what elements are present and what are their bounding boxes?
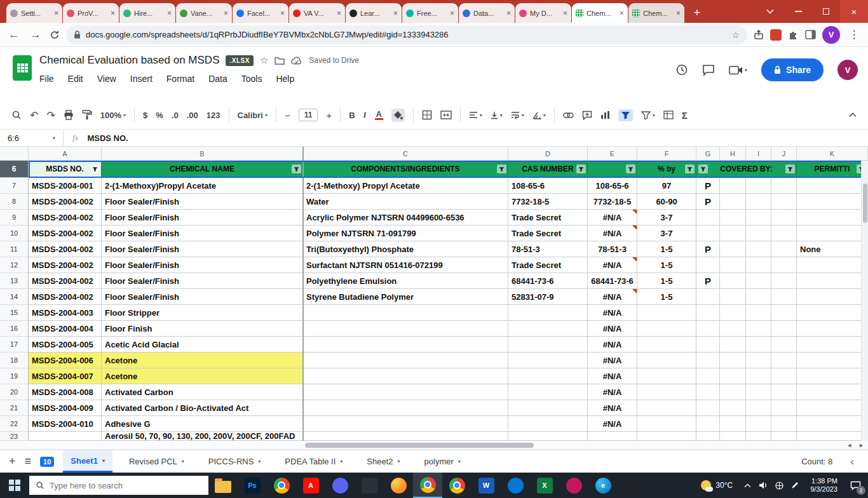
close-button[interactable]: × bbox=[840, 0, 868, 23]
cell[interactable] bbox=[746, 432, 771, 441]
header-cell-percent-by[interactable]: % by bbox=[637, 161, 696, 178]
row-header[interactable]: 21 bbox=[0, 400, 29, 416]
tray-pen-icon[interactable] bbox=[791, 481, 799, 489]
browser-profile-avatar[interactable]: V bbox=[822, 26, 840, 44]
cell-covered-g[interactable] bbox=[696, 384, 720, 400]
tab-close-icon[interactable]: × bbox=[620, 9, 624, 18]
cell-msds-no[interactable]: MSDS-2004-010 bbox=[29, 416, 102, 432]
cell-msds-no[interactable]: MSDS-2004-005 bbox=[29, 337, 102, 353]
edge-icon[interactable]: e bbox=[588, 473, 618, 498]
tab-close-icon[interactable]: × bbox=[111, 9, 115, 18]
cell-chemical-name[interactable]: Aerosil 50, 70, 90, 130, 200, 200V, 200C… bbox=[102, 432, 303, 441]
cell-cas-number[interactable]: Trade Secret bbox=[508, 210, 588, 225]
cell-component[interactable] bbox=[303, 368, 508, 384]
name-box[interactable]: 6:6▾ bbox=[0, 130, 64, 146]
cell[interactable] bbox=[746, 321, 771, 337]
cell[interactable] bbox=[771, 432, 797, 441]
all-sheets-menu-icon[interactable]: ≡ bbox=[25, 455, 32, 468]
sheet-tab-caret-icon[interactable]: ▾ bbox=[458, 459, 461, 464]
cell-chemical-name[interactable]: Floor Sealer/Finish bbox=[102, 194, 303, 210]
browser-tab[interactable]: My D...× bbox=[515, 3, 571, 23]
vertical-scrollbar[interactable] bbox=[861, 161, 868, 441]
format-currency-button[interactable]: $ bbox=[143, 111, 147, 120]
fill-color-button[interactable] bbox=[391, 109, 405, 122]
cell-permitting[interactable] bbox=[797, 321, 868, 337]
maximize-button[interactable] bbox=[812, 0, 840, 23]
excel-icon[interactable]: X bbox=[530, 473, 559, 498]
cell[interactable] bbox=[746, 337, 771, 353]
cell-component[interactable] bbox=[303, 353, 508, 368]
browser-tab[interactable]: ProV...× bbox=[63, 3, 119, 23]
hidden-icons-chevron-icon[interactable] bbox=[744, 483, 751, 488]
cell[interactable] bbox=[720, 257, 746, 273]
cell-cas-check[interactable]: #N/A bbox=[588, 337, 637, 353]
cell-msds-no[interactable]: MSDS-2004-002 bbox=[29, 273, 102, 289]
cell-cas-number[interactable]: 78-51-3 bbox=[508, 241, 588, 257]
table-grid-icon[interactable] bbox=[663, 111, 674, 119]
scroll-left-icon[interactable]: ◄ bbox=[846, 442, 852, 448]
sheet-tab-revised-pcl[interactable]: Revised PCL▾ bbox=[121, 450, 192, 473]
increase-decimal-button[interactable]: .00 bbox=[187, 111, 198, 120]
cell-msds-no[interactable]: MSDS-2004-009 bbox=[29, 400, 102, 416]
cell[interactable] bbox=[746, 273, 771, 289]
cell[interactable] bbox=[720, 178, 746, 194]
cell-component[interactable] bbox=[303, 305, 508, 321]
url-text[interactable]: docs.google.com/spreadsheets/d/1qRPrbJDi… bbox=[86, 30, 726, 39]
tab-close-icon[interactable]: × bbox=[224, 9, 228, 18]
cell[interactable] bbox=[771, 400, 797, 416]
format-percent-button[interactable]: % bbox=[156, 111, 163, 120]
photos-icon[interactable] bbox=[355, 473, 384, 498]
onedrive-icon[interactable] bbox=[501, 473, 530, 498]
cell[interactable] bbox=[797, 432, 868, 441]
cell-cas-number[interactable]: 52831-07-9 bbox=[508, 289, 588, 305]
decrease-font-size-button[interactable]: − bbox=[285, 110, 290, 121]
taskbar-clock[interactable]: 1:38 PM 9/3/2023 bbox=[805, 477, 843, 494]
cell[interactable] bbox=[720, 416, 746, 432]
row-header[interactable]: 13 bbox=[0, 273, 29, 289]
extension-count-badge[interactable]: 10 bbox=[40, 457, 54, 467]
cell-chemical-name[interactable]: Adhesive G bbox=[102, 416, 303, 432]
cell[interactable] bbox=[720, 432, 746, 441]
text-rotation-button[interactable]: ▾ bbox=[532, 111, 546, 119]
browser-menu-kebab-icon[interactable]: ⋮ bbox=[846, 28, 862, 41]
version-history-icon[interactable] bbox=[675, 64, 688, 76]
row-header[interactable]: 8 bbox=[0, 194, 29, 210]
cell-percent[interactable]: 1-5 bbox=[637, 289, 696, 305]
cell[interactable] bbox=[771, 178, 797, 194]
cell-msds-no[interactable]: MSDS-2004-001 bbox=[29, 178, 102, 194]
cell-permitting[interactable]: None bbox=[797, 241, 868, 257]
cell-cas-number[interactable] bbox=[508, 353, 588, 368]
browser-tab[interactable]: Setti...× bbox=[6, 3, 62, 23]
row-header[interactable]: 15 bbox=[0, 305, 29, 321]
cell-chemical-name[interactable]: 2-(1-Methoxy)Propyl Acetate bbox=[102, 178, 303, 194]
browser-tab[interactable]: Hire...× bbox=[119, 3, 175, 23]
sheet-tab-pdea-table-ii[interactable]: PDEA Table II▾ bbox=[277, 450, 350, 473]
cell[interactable] bbox=[746, 257, 771, 273]
cell-permitting[interactable] bbox=[797, 273, 868, 289]
insert-chart-icon[interactable] bbox=[600, 111, 610, 119]
header-cell-permitting[interactable]: PERMITTI bbox=[797, 161, 868, 178]
minimize-button[interactable] bbox=[784, 0, 812, 23]
cell[interactable] bbox=[720, 384, 746, 400]
cell-covered-g[interactable]: P bbox=[696, 178, 720, 194]
cell-covered-g[interactable] bbox=[696, 289, 720, 305]
cell-cas-check[interactable]: #N/A bbox=[588, 289, 637, 305]
cell-percent[interactable] bbox=[637, 305, 696, 321]
cell[interactable] bbox=[771, 241, 797, 257]
cell-cas-number[interactable]: 7732-18-5 bbox=[508, 194, 588, 210]
sheet-tab-sheet2[interactable]: Sheet2▾ bbox=[359, 450, 407, 473]
cell[interactable] bbox=[720, 353, 746, 368]
chrome-icon-2[interactable] bbox=[413, 473, 442, 498]
back-icon[interactable]: ← bbox=[6, 29, 22, 41]
cell-component[interactable]: 2-(1-Methoxy) Propyl Acetate bbox=[303, 178, 508, 194]
cell[interactable] bbox=[720, 305, 746, 321]
header-cell-components[interactable]: COMPONENTS/INGREDIENTS bbox=[303, 161, 508, 178]
cell[interactable] bbox=[720, 289, 746, 305]
cell-component[interactable]: Tri(Butoxyethyl) Phosphate bbox=[303, 241, 508, 257]
tray-network-icon[interactable] bbox=[775, 481, 783, 490]
cell[interactable] bbox=[771, 416, 797, 432]
column-header-e[interactable]: E bbox=[588, 147, 637, 161]
filter-funnel-icon[interactable] bbox=[785, 165, 795, 173]
menu-data[interactable]: Data bbox=[208, 74, 227, 84]
row-header[interactable]: 9 bbox=[0, 210, 29, 225]
